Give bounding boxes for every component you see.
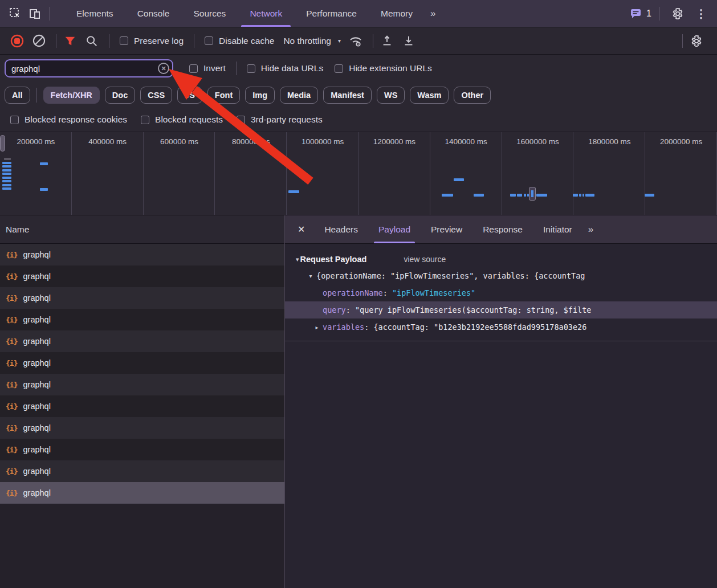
throttling-dropdown[interactable]: No throttling ▾ — [283, 36, 341, 46]
record-network-log-button[interactable] — [8, 32, 26, 50]
blocked-response-cookies-checkbox[interactable]: Blocked response cookies — [10, 115, 127, 125]
overview-request-bar — [2, 177, 11, 179]
export-har-icon[interactable] — [400, 32, 418, 50]
type-chip-img[interactable]: Img — [245, 87, 275, 104]
table-row[interactable]: {i}graphql — [0, 395, 284, 417]
table-row[interactable]: {i}graphql — [0, 287, 284, 309]
name-column-header[interactable]: Name — [0, 215, 284, 244]
type-chip-fetchxhr[interactable]: Fetch/XHR — [43, 87, 100, 104]
issues-message-button[interactable]: 1 — [630, 8, 651, 19]
detail-tab-initiator[interactable]: Initiator — [533, 215, 582, 243]
more-panels-chevron-icon[interactable]: » — [425, 8, 440, 19]
payload-row-query[interactable]: query: "query ipFlowTimeseries($accountT… — [285, 301, 717, 318]
tab-memory[interactable]: Memory — [369, 0, 425, 27]
table-row[interactable]: {i}graphql — [0, 352, 284, 374]
request-payload-section[interactable]: ▾ Request Payload view source — [285, 251, 717, 267]
payload-panel: ▾ Request Payload view source ▾ {operati… — [285, 244, 717, 341]
type-chip-doc[interactable]: Doc — [105, 87, 135, 104]
type-chip-other[interactable]: Other — [454, 87, 491, 104]
filter-input[interactable] — [5, 59, 173, 77]
detail-tab-headers[interactable]: Headers — [314, 215, 368, 243]
type-chip-css[interactable]: CSS — [140, 87, 172, 104]
table-row[interactable]: {i}graphql — [0, 439, 284, 460]
checkbox-box[interactable] — [237, 116, 245, 124]
payload-rows: operationName: "ipFlowTimeseries"query: … — [285, 284, 717, 336]
checkbox-box[interactable] — [189, 64, 198, 73]
type-chip-manifest[interactable]: Manifest — [323, 87, 372, 104]
hide-data-urls-checkbox[interactable]: Hide data URLs — [247, 63, 323, 74]
disable-cache-checkbox[interactable]: Disable cache — [205, 36, 274, 46]
blocked-requests-checkbox[interactable]: Blocked requests — [141, 115, 223, 125]
divider — [109, 34, 109, 48]
tab-console[interactable]: Console — [125, 0, 182, 27]
checkbox-box[interactable] — [120, 36, 128, 45]
payload-row-operationName[interactable]: operationName: "ipFlowTimeseries" — [285, 284, 717, 301]
overview-request-bar — [2, 173, 11, 175]
expand-triangle-icon[interactable]: ▸ — [313, 324, 321, 330]
payload-value: {accountTag: "b12e3b2192ee5588fdad995178… — [373, 322, 586, 332]
type-chip-js[interactable]: JS — [177, 87, 202, 104]
json-fetch-icon: {i} — [6, 424, 17, 432]
tab-sources[interactable]: Sources — [182, 0, 238, 27]
request-name: graphql — [23, 337, 50, 346]
clear-network-log-icon[interactable] — [30, 32, 48, 50]
request-name: graphql — [23, 250, 50, 259]
detail-tab-preview[interactable]: Preview — [421, 215, 472, 243]
type-chip-ws[interactable]: WS — [377, 87, 405, 104]
type-chip-media[interactable]: Media — [280, 87, 318, 104]
import-har-icon[interactable] — [378, 32, 396, 50]
table-row[interactable]: {i}graphql — [0, 374, 284, 395]
overview-request-bar — [40, 162, 48, 165]
payload-preview-line[interactable]: ▾ {operationName: "ipFlowTimeseries", va… — [285, 267, 717, 284]
network-conditions-icon[interactable] — [347, 32, 365, 50]
table-row[interactable]: {i}graphql — [0, 460, 284, 482]
view-source-link[interactable]: view source — [404, 255, 446, 264]
inspect-element-icon[interactable] — [6, 5, 25, 23]
timeline-tick-label: 200000 ms — [17, 137, 55, 146]
settings-gear-icon[interactable] — [668, 5, 687, 23]
payload-row-variables[interactable]: ▸variables: {accountTag: "b12e3b2192ee55… — [285, 318, 717, 336]
filter-box: ✕ — [5, 59, 173, 77]
tab-performance[interactable]: Performance — [294, 0, 369, 27]
checkbox-box[interactable] — [141, 116, 149, 124]
network-toolbar: Preserve log Disable cache No throttling… — [0, 27, 717, 54]
type-chip-font[interactable]: Font — [207, 87, 240, 104]
table-row[interactable]: {i}graphql — [0, 330, 284, 352]
checkbox-box[interactable] — [205, 36, 213, 45]
json-fetch-icon: {i} — [6, 337, 17, 346]
detail-tab-response[interactable]: Response — [472, 215, 533, 243]
more-detail-tabs-chevron-icon[interactable]: » — [582, 224, 598, 235]
third-party-requests-checkbox[interactable]: 3rd-party requests — [237, 115, 323, 125]
network-settings-gear-icon[interactable] — [687, 32, 706, 50]
table-row[interactable]: {i}graphql — [0, 417, 284, 439]
tab-elements[interactable]: Elements — [64, 0, 125, 27]
tab-network[interactable]: Network — [238, 0, 294, 27]
table-row[interactable]: {i}graphql — [0, 266, 284, 287]
top-bar-right: 1 ⋮ — [630, 5, 711, 23]
checkbox-box[interactable] — [10, 116, 19, 124]
checkbox-box[interactable] — [247, 64, 255, 73]
device-toolbar-icon[interactable] — [25, 5, 44, 23]
issues-count: 1 — [646, 9, 651, 19]
clear-filter-icon[interactable]: ✕ — [158, 63, 169, 74]
table-row[interactable]: {i}graphql — [0, 309, 284, 330]
close-detail-icon[interactable]: ✕ — [285, 215, 314, 243]
table-row[interactable]: {i}graphql — [0, 244, 284, 266]
section-collapse-triangle-icon[interactable]: ▾ — [296, 256, 299, 263]
network-overview-timeline[interactable]: 200000 ms400000 ms600000 ms800000 ms1000… — [0, 132, 717, 215]
divider — [56, 34, 56, 48]
type-chip-all[interactable]: All — [5, 87, 30, 104]
kebab-menu-icon[interactable]: ⋮ — [691, 7, 711, 21]
detail-tab-payload[interactable]: Payload — [368, 215, 421, 243]
type-chip-wasm[interactable]: Wasm — [410, 87, 449, 104]
invert-checkbox[interactable]: Invert — [189, 63, 226, 74]
collapse-triangle-icon[interactable]: ▾ — [307, 273, 315, 279]
overview-request-bar — [510, 194, 516, 197]
throttling-value: No throttling — [283, 36, 331, 46]
search-icon[interactable] — [83, 32, 101, 50]
filter-funnel-icon[interactable] — [61, 32, 79, 50]
table-row[interactable]: {i}graphql — [0, 482, 284, 504]
preserve-log-checkbox[interactable]: Preserve log — [120, 36, 184, 46]
checkbox-box[interactable] — [335, 64, 343, 73]
hide-extension-urls-checkbox[interactable]: Hide extension URLs — [335, 63, 432, 74]
